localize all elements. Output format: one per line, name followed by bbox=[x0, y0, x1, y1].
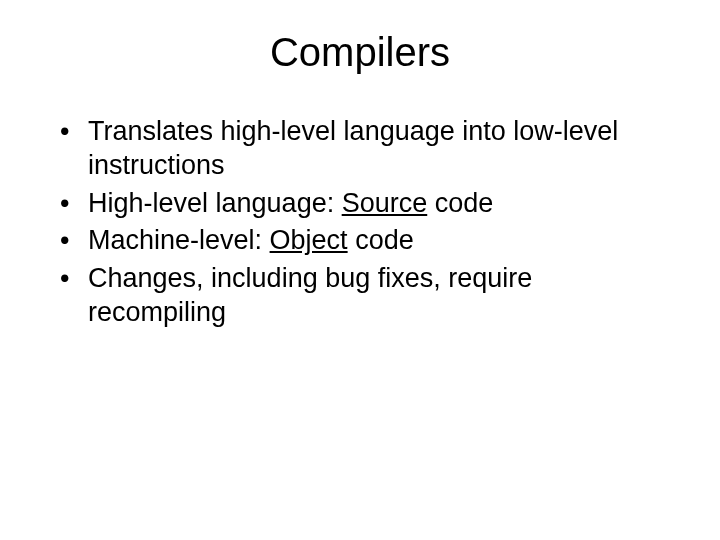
bullet-suffix: code bbox=[427, 188, 493, 218]
slide-title: Compilers bbox=[50, 30, 670, 75]
bullet-text: Translates high-level language into low-… bbox=[88, 116, 618, 180]
bullet-underline: Object bbox=[270, 225, 348, 255]
list-item: High-level language: Source code bbox=[60, 187, 670, 221]
bullet-suffix: code bbox=[348, 225, 414, 255]
bullet-underline: Source bbox=[342, 188, 428, 218]
list-item: Changes, including bug fixes, require re… bbox=[60, 262, 670, 330]
slide: Compilers Translates high-level language… bbox=[0, 0, 720, 540]
list-item: Translates high-level language into low-… bbox=[60, 115, 670, 183]
bullet-prefix: Machine-level: bbox=[88, 225, 270, 255]
bullet-prefix: High-level language: bbox=[88, 188, 342, 218]
bullet-text: Changes, including bug fixes, require re… bbox=[88, 263, 532, 327]
list-item: Machine-level: Object code bbox=[60, 224, 670, 258]
bullet-list: Translates high-level language into low-… bbox=[60, 115, 670, 330]
